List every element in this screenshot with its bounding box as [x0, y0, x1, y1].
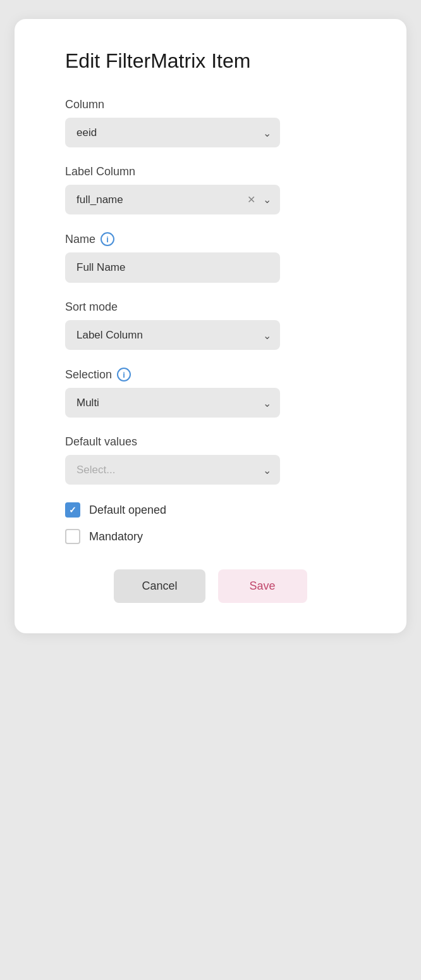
- default-opened-checkbox-group: ✓ Default opened: [65, 502, 356, 518]
- default-values-select[interactable]: Select...: [65, 455, 280, 485]
- mandatory-label: Mandatory: [89, 530, 143, 543]
- label-column-field-group: Label Column full_name ✕ ⌄: [65, 165, 356, 214]
- sort-mode-label: Sort mode: [65, 301, 356, 314]
- edit-filtermatrix-modal: Edit FilterMatrix Item Column eeid ⌄ Lab…: [15, 19, 406, 633]
- selection-select[interactable]: Multi: [65, 388, 280, 418]
- mandatory-checkbox-group: Mandatory: [65, 529, 356, 544]
- label-column-clear-icon[interactable]: ✕: [245, 192, 258, 207]
- selection-label: Selection i: [65, 368, 356, 381]
- sort-mode-select[interactable]: Label Column: [65, 320, 280, 350]
- label-column-value: full_name: [76, 194, 245, 206]
- column-select[interactable]: eeid: [65, 118, 280, 147]
- default-values-field-group: Default values Select... ⌄: [65, 435, 356, 485]
- selection-field-group: Selection i Multi ⌄: [65, 368, 356, 418]
- default-opened-checkbox[interactable]: ✓: [65, 502, 80, 518]
- name-input[interactable]: [65, 252, 280, 283]
- cancel-button[interactable]: Cancel: [114, 569, 205, 603]
- default-values-select-wrapper: Select... ⌄: [65, 455, 280, 485]
- default-opened-label: Default opened: [89, 504, 166, 517]
- selection-select-wrapper: Multi ⌄: [65, 388, 280, 418]
- save-button[interactable]: Save: [218, 569, 307, 603]
- name-field-group: Name i: [65, 232, 356, 283]
- sort-mode-field-group: Sort mode Label Column ⌄: [65, 301, 356, 350]
- modal-title: Edit FilterMatrix Item: [65, 49, 356, 73]
- default-opened-check-icon: ✓: [69, 506, 76, 514]
- default-values-label: Default values: [65, 435, 356, 449]
- selection-info-icon[interactable]: i: [117, 368, 131, 381]
- button-row: Cancel Save: [65, 569, 356, 603]
- mandatory-checkbox[interactable]: [65, 529, 80, 544]
- column-field-group: Column eeid ⌄: [65, 98, 356, 147]
- name-info-icon[interactable]: i: [101, 232, 114, 246]
- sort-mode-select-wrapper: Label Column ⌄: [65, 320, 280, 350]
- label-column-chevron-icon[interactable]: ⌄: [263, 194, 271, 206]
- column-label: Column: [65, 98, 356, 111]
- label-column-label: Label Column: [65, 165, 356, 178]
- column-select-wrapper: eeid ⌄: [65, 118, 280, 147]
- name-label: Name i: [65, 232, 356, 246]
- label-column-select[interactable]: full_name ✕ ⌄: [65, 185, 280, 214]
